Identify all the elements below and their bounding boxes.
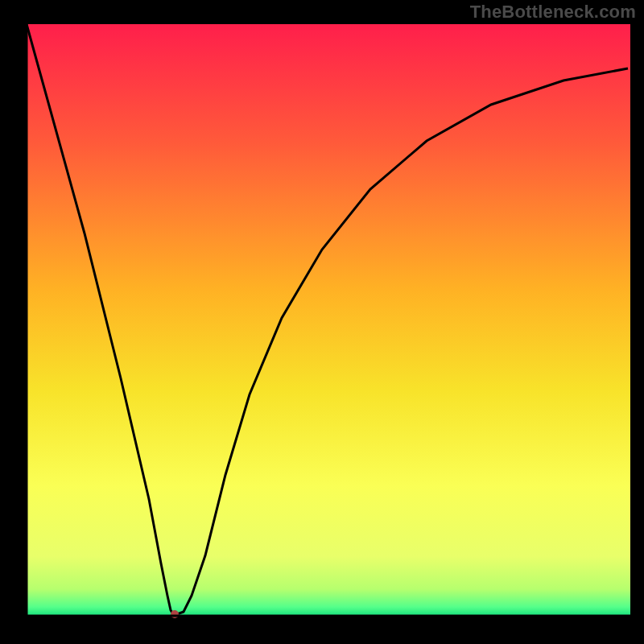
plot-background [27, 24, 630, 616]
chart-svg [0, 0, 644, 644]
watermark-label: TheBottleneck.com [470, 2, 636, 23]
chart-container: TheBottleneck.com [0, 0, 644, 644]
